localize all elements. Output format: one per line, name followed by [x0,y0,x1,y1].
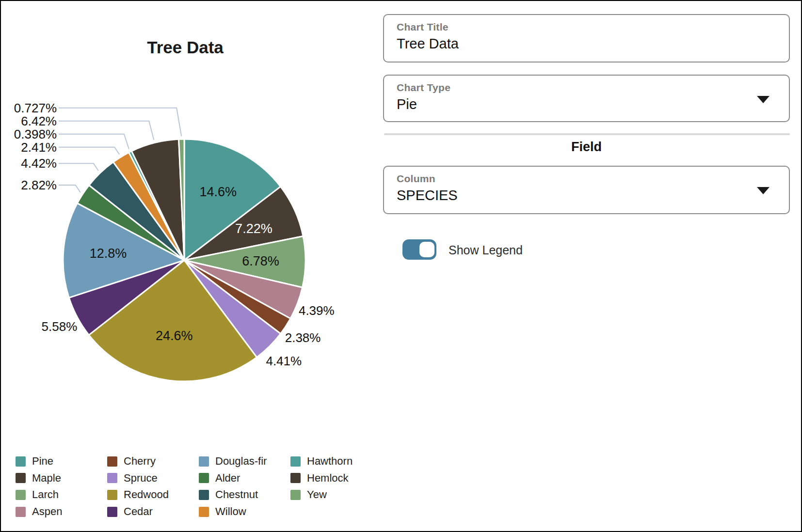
legend-item-chestnut: Chestnut [199,488,290,501]
legend-item-cedar: Cedar [107,505,199,518]
legend-label: Maple [32,472,61,485]
legend-label: Aspen [32,505,62,518]
pie-chart: 14.6%7.22%6.78%4.39%2.38%4.41%24.6%5.58%… [1,1,374,437]
legend-swatch [107,456,117,467]
legend-label: Chestnut [215,488,258,501]
column-field-label: Column [397,173,776,185]
leader-line [59,147,119,155]
legend-swatch [16,456,26,467]
chart-type-field-value: Pie [397,96,776,112]
pie-percent-label: 4.41% [266,354,302,368]
legend-item-pine: Pine [16,455,107,468]
chart-title-field-label: Chart Title [397,21,776,33]
chart-legend: PineMapleLarchAspenCherrySpruceRedwoodCe… [16,453,382,520]
pie-percent-label: 5.58% [42,319,78,334]
toggle-knob [419,242,434,257]
legend-item-larch: Larch [16,488,107,501]
legend-item-hemlock: Hemlock [290,472,382,485]
pie-percent-label: 24.6% [156,329,193,343]
chevron-down-icon[interactable] [757,187,770,194]
legend-item-redwood: Redwood [107,488,199,501]
show-legend-toggle[interactable] [402,239,436,260]
section-divider [384,133,790,135]
legend-swatch [199,473,209,483]
legend-label: Cherry [124,455,156,468]
legend-item-willow: Willow [199,505,290,518]
leader-line [59,121,154,140]
leader-line [59,185,80,192]
pie-percent-label: 6.78% [242,254,279,268]
legend-label: Hemlock [307,472,349,485]
legend-item-cherry: Cherry [107,455,199,468]
legend-item-maple: Maple [16,472,107,485]
legend-item-douglas-fir: Douglas-fir [199,455,290,468]
pie-percent-label: 0.727% [14,101,57,115]
legend-swatch [16,507,26,517]
chart-type-field-label: Chart Type [397,82,776,94]
chart-builder-window: Tree Data 14.6%7.22%6.78%4.39%2.38%4.41%… [0,0,802,532]
legend-label: Pine [32,455,53,468]
chart-area: Tree Data 14.6%7.22%6.78%4.39%2.38%4.41%… [1,1,374,532]
legend-item-alder: Alder [199,472,290,485]
legend-label: Cedar [124,505,153,518]
legend-item-hawthorn: Hawthorn [290,455,382,468]
column-dropdown[interactable]: Column SPECIES [383,166,790,214]
legend-label: Douglas-fir [215,455,267,468]
legend-item-aspen: Aspen [16,505,107,518]
pie-percent-label: 0.398% [14,127,57,141]
leader-line [59,108,181,136]
chart-title-field-value: Tree Data [397,36,776,52]
legend-label: Redwood [124,488,169,501]
legend-swatch [199,490,209,500]
pie-percent-label: 14.6% [200,185,237,199]
legend-swatch [16,490,26,500]
legend-item-spruce: Spruce [107,472,199,485]
legend-swatch [16,473,26,483]
legend-swatch [290,456,301,467]
legend-label: Hawthorn [307,455,353,468]
legend-swatch [290,473,301,483]
column-field-value: SPECIES [397,188,776,203]
legend-swatch [199,456,209,467]
legend-item-yew: Yew [290,488,382,501]
settings-panel: Chart Title Tree Data Chart Type Pie Fie… [383,1,790,532]
legend-label: Willow [215,505,246,518]
pie-percent-label: 2.38% [285,330,321,345]
legend-label: Yew [307,488,327,501]
chevron-down-icon[interactable] [757,96,770,103]
pie-percent-label: 2.82% [21,178,57,192]
legend-label: Larch [32,488,59,501]
leader-line [59,163,98,171]
pie-percent-label: 4.42% [21,156,57,171]
pie-percent-label: 7.22% [235,221,273,236]
chart-title-field[interactable]: Chart Title Tree Data [383,14,790,63]
pie-percent-label: 12.8% [90,246,127,261]
legend-swatch [199,507,209,517]
legend-swatch [107,490,117,500]
legend-label: Spruce [124,472,158,485]
pie-percent-label: 6.42% [21,114,57,128]
legend-swatch [107,507,117,517]
legend-swatch [107,473,117,483]
pie-percent-label: 2.41% [21,140,57,155]
legend-swatch [290,490,301,500]
field-section-heading: Field [383,140,790,155]
chart-type-dropdown[interactable]: Chart Type Pie [383,75,790,122]
pie-percent-label: 4.39% [299,303,335,318]
legend-label: Alder [215,472,240,485]
show-legend-label: Show Legend [449,243,523,257]
